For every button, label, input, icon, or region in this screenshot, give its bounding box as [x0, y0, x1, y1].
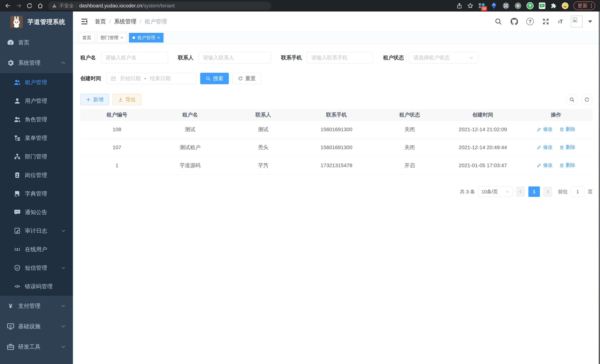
- goto-page-input[interactable]: 1: [571, 187, 584, 197]
- delete-link[interactable]: 删除: [559, 126, 575, 132]
- help-icon[interactable]: ?: [526, 18, 534, 25]
- sidebar-item-dept[interactable]: 部门管理: [0, 147, 73, 166]
- sidebar-item-devtool[interactable]: 研发工具: [0, 336, 73, 357]
- warning-icon: [52, 3, 57, 8]
- close-icon[interactable]: ×: [121, 36, 123, 40]
- user-icon: [14, 97, 21, 104]
- prev-page-button[interactable]: [516, 187, 525, 197]
- kebab-menu-icon[interactable]: [590, 3, 593, 9]
- kite-icon[interactable]: [490, 2, 497, 9]
- breadcrumb-current: 租户管理: [145, 18, 167, 25]
- chevron-down-icon: [61, 344, 66, 349]
- sidebar-item-role[interactable]: 角色管理: [0, 110, 73, 129]
- sidebar-item-online-user[interactable]: 在线用户: [0, 240, 73, 259]
- extension-badge-count: 10: [481, 6, 487, 11]
- table-row: 1 芋道源码 芋艿 17321315478 开启 2021-01-05 17:0…: [80, 157, 593, 175]
- extension-badge-icon[interactable]: 10: [478, 2, 486, 9]
- export-button[interactable]: 导出: [112, 94, 141, 105]
- sidebar-item-home[interactable]: 首页: [0, 32, 73, 53]
- window-edge-scrollbar[interactable]: [599, 11, 600, 364]
- reload-icon[interactable]: [26, 3, 33, 9]
- tenant-table: 租户编号 租户名 联系人 联系手机 租户状态 创建时间 操作 108 测试 测试…: [80, 109, 593, 175]
- gauge-icon: [7, 38, 14, 46]
- collapse-sidebar-icon[interactable]: [80, 18, 88, 26]
- comment-icon: [14, 209, 21, 216]
- tab-tenant[interactable]: 租户管理 ×: [129, 33, 163, 42]
- sidebar-item-tenant[interactable]: 租户管理: [0, 73, 73, 92]
- gear-icon: [7, 59, 14, 67]
- tab-home[interactable]: 首页: [79, 33, 95, 42]
- url-text: dashboard.yudao.iocoder.cn/system/tenant: [79, 3, 175, 9]
- next-page-button[interactable]: [543, 187, 552, 197]
- caret-down-icon[interactable]: [588, 20, 592, 23]
- current-page-button[interactable]: 1: [528, 187, 540, 197]
- status-value: 关闭: [373, 144, 446, 151]
- search-icon[interactable]: [494, 18, 502, 25]
- address-divider: [76, 3, 77, 8]
- fullscreen-icon[interactable]: [542, 18, 550, 25]
- command-circle-icon[interactable]: [502, 2, 510, 9]
- sidebar-item-user[interactable]: 用户管理: [0, 92, 73, 110]
- dot-circle-icon[interactable]: [514, 2, 522, 9]
- delete-link[interactable]: 删除: [559, 162, 575, 168]
- sidebar-item-error-code[interactable]: </> 错误码管理: [0, 277, 73, 296]
- share-icon[interactable]: [456, 3, 462, 9]
- goto-unit: 页: [588, 188, 593, 195]
- contact-input[interactable]: 请输入联系人: [199, 52, 271, 64]
- home-icon[interactable]: [37, 3, 43, 9]
- show-search-button[interactable]: [566, 94, 578, 105]
- tab-dept[interactable]: 部门管理 ×: [97, 33, 127, 42]
- emoji-icon[interactable]: [562, 2, 569, 9]
- date-range-picker[interactable]: 开始日期 - 结束日期: [106, 73, 197, 84]
- log-icon: [14, 227, 21, 234]
- security-label[interactable]: 不安全: [59, 3, 74, 9]
- app-logo-row[interactable]: 芋道管理系统: [0, 11, 73, 32]
- github-icon[interactable]: [510, 18, 518, 25]
- sidebar-item-notice[interactable]: 通知公告: [0, 203, 73, 222]
- status-select[interactable]: 请选择租户状态: [409, 52, 478, 64]
- refresh-table-button[interactable]: [581, 94, 593, 105]
- sidebar-item-pay[interactable]: ¥ 支付管理: [0, 296, 73, 316]
- y-logo-icon[interactable]: [526, 2, 534, 9]
- update-button[interactable]: 更新: [573, 1, 595, 10]
- avatar[interactable]: [571, 16, 582, 28]
- sidebar-item-post[interactable]: 岗位管理: [0, 166, 73, 184]
- breadcrumb-system[interactable]: 系统管理: [114, 18, 136, 25]
- sidebar-item-menu[interactable]: 菜单管理: [0, 129, 73, 147]
- back-icon[interactable]: [5, 3, 11, 9]
- star-icon[interactable]: [467, 3, 473, 9]
- chat-icon[interactable]: [538, 2, 546, 9]
- topbar-icons: ? тT: [494, 16, 592, 28]
- mobile-label: 联系手机: [281, 54, 302, 61]
- puzzle-icon[interactable]: [551, 3, 557, 9]
- search-button[interactable]: 搜索: [200, 73, 229, 84]
- reset-button[interactable]: 重置: [233, 73, 261, 84]
- mobile-input[interactable]: 请输入联系手机: [307, 52, 373, 64]
- close-icon[interactable]: ×: [157, 36, 160, 40]
- edit-link[interactable]: 修改: [537, 144, 553, 150]
- tags-bar: 首页 部门管理 × 租户管理 ×: [73, 32, 600, 44]
- edit-link[interactable]: 修改: [537, 126, 553, 132]
- delete-link[interactable]: 删除: [559, 144, 575, 150]
- chevron-up-icon: [61, 60, 66, 65]
- sidebar-item-sms[interactable]: 短信管理: [0, 259, 73, 277]
- address-bar[interactable]: 不安全 dashboard.yudao.iocoder.cn/system/te…: [48, 1, 272, 10]
- edit-link[interactable]: 修改: [537, 162, 553, 168]
- page-content: 租户名 请输入租户名 联系人 请输入联系人 联系手机: [73, 44, 600, 364]
- shield-icon: [14, 264, 21, 271]
- status-value: 开启: [373, 162, 446, 169]
- sidebar-item-audit-log[interactable]: 审计日志: [0, 222, 73, 240]
- page-size-select[interactable]: 10条/页: [478, 187, 513, 197]
- pagination: 共 3 条 10条/页 1 前往 1 页: [80, 187, 593, 197]
- add-button[interactable]: 新增: [80, 94, 109, 105]
- breadcrumb-home[interactable]: 首页: [95, 18, 106, 25]
- status-value: 关闭: [373, 126, 446, 133]
- forward-icon[interactable]: [16, 3, 22, 9]
- sidebar-item-dict[interactable]: 字典管理: [0, 184, 73, 203]
- tenant-name-input[interactable]: 请输入租户名: [101, 52, 168, 64]
- sidebar-item-system[interactable]: 系统管理: [0, 53, 73, 73]
- sidebar-item-infra[interactable]: 基础设施: [0, 316, 73, 336]
- main-area: 首页 / 系统管理 / 租户管理 ? тT 首页: [73, 11, 600, 364]
- table-header: 租户编号 租户名 联系人 联系手机 租户状态 创建时间 操作: [80, 109, 593, 121]
- font-size-icon[interactable]: тT: [558, 18, 562, 25]
